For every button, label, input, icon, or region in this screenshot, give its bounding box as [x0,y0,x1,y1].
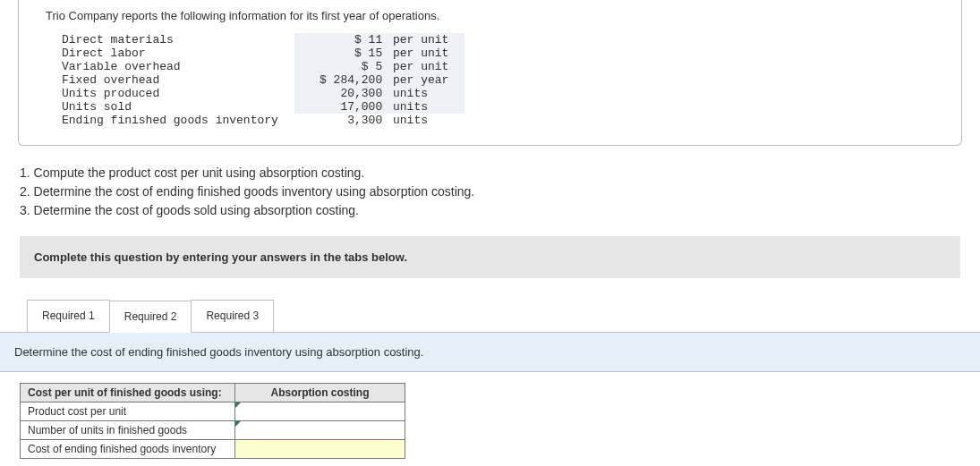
instruction-bar: Complete this question by entering your … [20,236,960,278]
problem-statement-box: Trio Company reports the following infor… [18,0,962,146]
edit-marker-icon [235,421,241,427]
data-unit: per year [393,73,464,87]
input-product-cost[interactable] [235,402,405,421]
data-label: Fixed overhead [62,73,294,87]
question-2: 2. Determine the cost of ending finished… [20,182,960,201]
data-label: Direct materials [62,33,294,47]
data-unit: per unit [393,33,464,47]
data-label: Direct labor [62,47,294,60]
data-value: $ 284,200 [294,73,393,87]
answer-header-1: Cost per unit of finished goods using: [21,384,235,402]
input-units[interactable] [235,421,405,440]
data-row: Units sold17,000 units [62,100,464,114]
data-row: Units produced20,300 units [62,87,464,100]
given-data-table: Direct materials$ 11 per unitDirect labo… [62,33,464,127]
data-row: Direct materials$ 11 per unit [62,33,464,47]
row-ending-cost-label: Cost of ending finished goods inventory [21,440,235,459]
edit-marker-icon [235,402,241,408]
data-unit: units [393,114,464,127]
tab-strip: Required 1 Required 2 Required 3 [27,300,980,332]
tab-required-3[interactable]: Required 3 [191,300,274,332]
data-row: Fixed overhead$ 284,200 per year [62,73,464,87]
data-value: 20,300 [294,87,393,100]
data-label: Ending finished goods inventory [62,114,294,127]
question-list: 1. Compute the product cost per unit usi… [20,164,960,220]
data-label: Units sold [62,100,294,114]
question-3: 3. Determine the cost of goods sold usin… [20,201,960,220]
data-label: Units produced [62,87,294,100]
data-value: 3,300 [294,114,393,127]
data-row: Variable overhead$ 5 per unit [62,60,464,73]
data-unit: units [393,87,464,100]
input-ending-cost[interactable] [235,440,405,459]
tab-prompt: Determine the cost of ending finished go… [0,332,980,372]
data-unit: units [393,100,464,114]
row-units-label: Number of units in finished goods [21,421,235,440]
data-value: 17,000 [294,100,393,114]
data-unit: per unit [393,60,464,73]
tab-required-2[interactable]: Required 2 [109,301,192,333]
intro-text: Trio Company reports the following infor… [46,9,934,22]
data-value: $ 11 [294,33,393,47]
data-value: $ 5 [294,60,393,73]
answer-header-2: Absorption costing [235,384,405,402]
data-row: Direct labor$ 15 per unit [62,47,464,60]
data-label: Variable overhead [62,60,294,73]
data-row: Ending finished goods inventory3,300 uni… [62,114,464,127]
answer-table: Cost per unit of finished goods using: A… [20,383,405,459]
data-unit: per unit [393,47,464,60]
data-value: $ 15 [294,47,393,60]
question-1: 1. Compute the product cost per unit usi… [20,164,960,182]
row-product-cost-label: Product cost per unit [21,402,235,421]
tab-required-1[interactable]: Required 1 [27,300,110,332]
